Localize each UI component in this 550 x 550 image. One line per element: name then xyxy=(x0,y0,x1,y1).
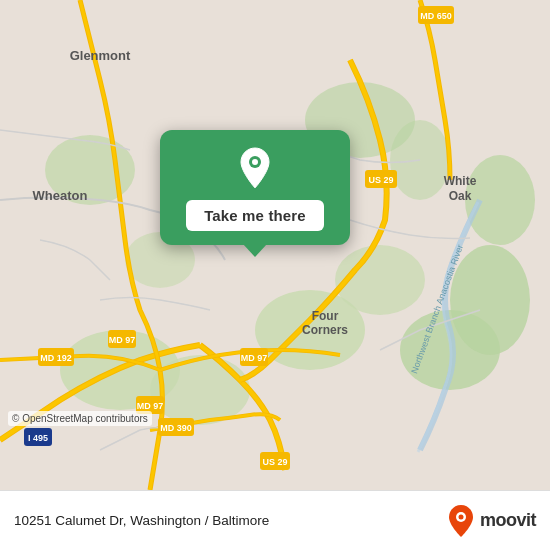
svg-text:White: White xyxy=(444,174,477,188)
popup-card[interactable]: Take me there xyxy=(160,130,350,245)
svg-text:MD 97: MD 97 xyxy=(137,401,164,411)
osm-credit: © OpenStreetMap contributors xyxy=(8,411,152,426)
moovit-pin-icon xyxy=(447,504,475,538)
map-area: MD 97 MD 97 MD 97 MD 192 MD 390 US 29 US… xyxy=(0,0,550,490)
svg-point-39 xyxy=(252,159,258,165)
take-me-there-button[interactable]: Take me there xyxy=(186,200,324,231)
svg-text:I 495: I 495 xyxy=(28,433,48,443)
svg-text:Four: Four xyxy=(312,309,339,323)
location-pin-icon xyxy=(233,146,277,190)
svg-text:US 29: US 29 xyxy=(368,175,393,185)
bottom-bar: 10251 Calumet Dr, Washington / Baltimore… xyxy=(0,490,550,550)
svg-point-2 xyxy=(150,355,250,425)
svg-text:Oak: Oak xyxy=(449,189,472,203)
address-text: 10251 Calumet Dr, Washington / Baltimore xyxy=(14,513,447,528)
svg-text:MD 650: MD 650 xyxy=(420,11,452,21)
svg-point-7 xyxy=(465,155,535,245)
svg-text:MD 97: MD 97 xyxy=(241,353,268,363)
svg-point-41 xyxy=(458,514,463,519)
svg-text:Wheaton: Wheaton xyxy=(33,188,88,203)
svg-text:MD 390: MD 390 xyxy=(160,423,192,433)
moovit-logo: moovit xyxy=(447,504,536,538)
svg-text:MD 192: MD 192 xyxy=(40,353,72,363)
svg-text:Glenmont: Glenmont xyxy=(70,48,131,63)
svg-text:Corners: Corners xyxy=(302,323,348,337)
svg-point-6 xyxy=(450,245,530,355)
svg-text:US 29: US 29 xyxy=(262,457,287,467)
svg-text:MD 97: MD 97 xyxy=(109,335,136,345)
moovit-wordmark: moovit xyxy=(480,510,536,531)
